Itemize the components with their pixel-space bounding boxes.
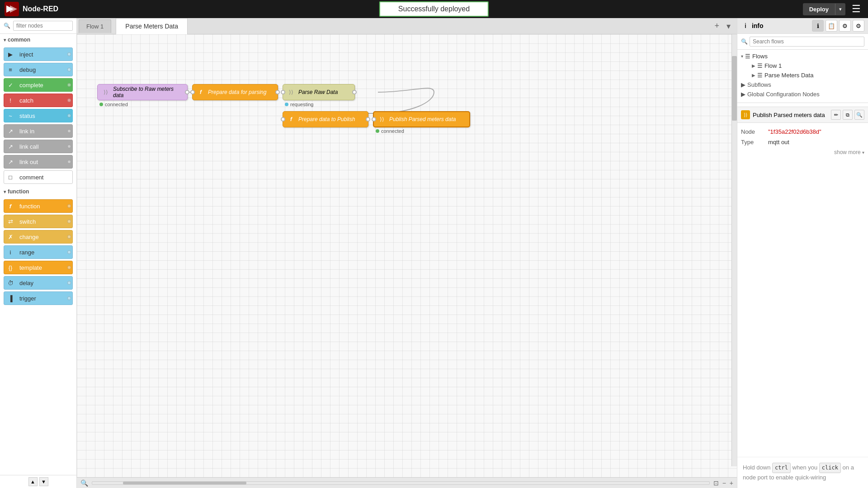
- deploy-button[interactable]: Deploy ▾: [803, 3, 845, 15]
- main-layout: 🔍 ▾ common ▶ inject ≡ debug: [0, 18, 868, 488]
- category-common[interactable]: ▾ common: [0, 34, 76, 46]
- quick-wire-tip: Hold down ctrl when you click on a node …: [737, 457, 868, 488]
- add-tab-button[interactable]: +: [712, 20, 722, 32]
- deploy-dropdown-arrow[interactable]: ▾: [835, 4, 845, 15]
- search-flows-area: 🔍: [737, 34, 868, 50]
- chevron-down-icon: ▾: [862, 150, 864, 155]
- flow-node-prepare-parse[interactable]: f Prepare data for parsing: [192, 84, 278, 100]
- search-icon: 🔍: [4, 23, 10, 29]
- nodes-list: ▾ common ▶ inject ≡ debug ✓ complete: [0, 34, 76, 475]
- port-right: [66, 94, 72, 107]
- chevron-down-icon: ▾: [4, 189, 6, 194]
- node-link-in[interactable]: ↗ link in: [4, 124, 73, 138]
- flow-icon: ☰: [757, 62, 763, 69]
- node-template[interactable]: {} template: [4, 261, 73, 274]
- flows-icon: ☰: [745, 53, 750, 60]
- subflows-section[interactable]: ▶ Subflows: [741, 80, 864, 89]
- zoom-in-button[interactable]: +: [730, 479, 733, 487]
- prepare-publish-label: Prepare data to Publish: [296, 116, 364, 122]
- port-right: [66, 277, 72, 289]
- sidebar-scroll-down[interactable]: ▼: [39, 477, 48, 486]
- port-left[interactable]: [372, 117, 376, 122]
- horizontal-scrollbar[interactable]: [92, 481, 710, 485]
- node-info-header: ⟩⟩ Publish Parsed meters data ✏ ⧉ 🔍: [737, 107, 868, 123]
- comment-icon: □: [4, 171, 17, 183]
- app-title: Node-RED: [23, 5, 58, 13]
- zoom-out-button[interactable]: −: [722, 479, 726, 487]
- canvas-scrollbar-vertical[interactable]: [731, 34, 737, 466]
- info-tab-label: i: [741, 20, 750, 31]
- canvas-area: Flow 1 Parse Meters Data + ▾: [77, 18, 737, 488]
- logo-icon: [5, 2, 19, 16]
- port-right[interactable]: [366, 117, 370, 122]
- show-more-button[interactable]: show more ▾: [741, 147, 864, 157]
- tab-flow1[interactable]: Flow 1: [79, 19, 111, 33]
- filter-nodes-input[interactable]: [13, 21, 73, 31]
- chevron-right-icon: ▶: [741, 91, 745, 98]
- catch-icon: !: [4, 94, 17, 107]
- node-status[interactable]: ~ status: [4, 109, 73, 122]
- edit-node-button[interactable]: ✏: [831, 110, 841, 120]
- change-icon: ✗: [4, 230, 17, 243]
- node-inject[interactable]: ▶ inject: [4, 47, 73, 61]
- port-right: [66, 140, 72, 153]
- flow-canvas[interactable]: ⟩⟩ Subscribe to Raw meters data connecte…: [77, 34, 737, 477]
- port-left[interactable]: [190, 90, 195, 94]
- chevron-right-icon: ▶: [752, 73, 755, 78]
- prepare-parse-label: Prepare data for parsing: [205, 89, 274, 95]
- node-link-call[interactable]: ↗ link call: [4, 140, 73, 153]
- port-right[interactable]: [275, 90, 280, 94]
- canvas-zoom-controls: ⊡ − +: [713, 479, 733, 487]
- node-comment[interactable]: □ comment: [4, 170, 73, 184]
- copy-node-button[interactable]: ⧉: [843, 110, 853, 120]
- port-left[interactable]: [281, 90, 285, 94]
- node-debug[interactable]: ≡ debug: [4, 63, 73, 76]
- node-link-out[interactable]: ↗ link out: [4, 155, 73, 169]
- search-node-button[interactable]: 🔍: [854, 110, 864, 120]
- port-right: [66, 79, 72, 91]
- flow1-tree-item[interactable]: ▶ ☰ Flow 1: [752, 61, 864, 70]
- delay-icon: ⏱: [4, 277, 17, 289]
- tab-dropdown-button[interactable]: ▾: [724, 20, 733, 32]
- port-right[interactable]: [185, 90, 189, 94]
- trigger-icon: ▐: [4, 292, 17, 305]
- click-key-badge: click: [819, 463, 841, 473]
- status-icon: ~: [4, 109, 17, 122]
- flow-node-prepare-publish[interactable]: f Prepare data to Publish: [283, 111, 368, 127]
- category-function[interactable]: ▾ function: [0, 186, 76, 197]
- flow-node-subscribe[interactable]: ⟩⟩ Subscribe to Raw meters data connecte…: [97, 84, 188, 100]
- canvas-search-button[interactable]: 🔍: [80, 479, 88, 487]
- flow-node-publish[interactable]: ⟩⟩ Publish Parsed meters data connected: [373, 111, 470, 127]
- config-tab-icon[interactable]: ⚙: [839, 20, 851, 32]
- flow-node-parse-raw[interactable]: ⟩⟩ Parse Raw Data requesting: [283, 84, 355, 100]
- node-delay[interactable]: ⏱ delay: [4, 276, 73, 290]
- port-right[interactable]: [352, 90, 357, 94]
- fit-view-button[interactable]: ⊡: [713, 479, 719, 487]
- node-change[interactable]: ✗ change: [4, 230, 73, 244]
- logo: Node-RED: [5, 2, 58, 16]
- node-complete[interactable]: ✓ complete: [4, 78, 73, 92]
- info-tab-icon[interactable]: ℹ: [812, 20, 824, 32]
- global-config-section[interactable]: ▶ Global Configuration Nodes: [741, 89, 864, 99]
- node-catch[interactable]: ! catch: [4, 94, 73, 107]
- filter-nodes-area: 🔍: [0, 18, 76, 34]
- node-switch[interactable]: ⇄ switch: [4, 215, 73, 228]
- search-flows-input[interactable]: [750, 37, 864, 47]
- port-right: [66, 246, 72, 258]
- settings-tab-icon[interactable]: ⚙: [853, 20, 864, 32]
- flows-tree: ▾ ☰ Flows ▶ ☰ Flow 1 ▶ ☰ Parse Meters Da…: [737, 50, 868, 101]
- port-right: [66, 125, 72, 137]
- node-info-panel: ⟩⟩ Publish Parsed meters data ✏ ⧉ 🔍 Node…: [737, 107, 868, 161]
- port-left[interactable]: [281, 117, 285, 122]
- sidebar-scroll-up[interactable]: ▲: [28, 477, 38, 486]
- node-range[interactable]: i range: [4, 245, 73, 259]
- node-function[interactable]: f function: [4, 199, 73, 213]
- tab-parse-meters-data[interactable]: Parse Meters Data: [116, 18, 188, 34]
- parse-meters-tree-item[interactable]: ▶ ☰ Parse Meters Data: [752, 70, 864, 80]
- topbar-right: Deploy ▾ ☰: [803, 3, 863, 15]
- node-trigger[interactable]: ▐ trigger: [4, 291, 73, 305]
- help-tab-icon[interactable]: 📋: [826, 20, 837, 32]
- menu-button[interactable]: ☰: [849, 3, 863, 15]
- right-sidebar: i info ℹ 📋 ⚙ ⚙ 🔍 ▾ ☰ Flows ▶: [737, 18, 868, 488]
- tree-flows-section[interactable]: ▾ ☰ Flows: [741, 52, 864, 61]
